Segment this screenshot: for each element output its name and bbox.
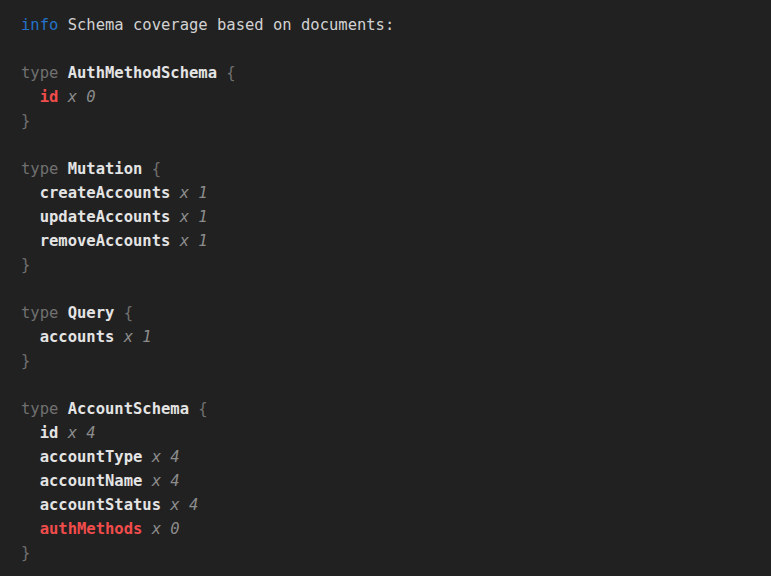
type-keyword: type xyxy=(21,304,58,322)
field-line: accountType x 4 xyxy=(21,445,763,469)
open-brace: { xyxy=(226,64,235,82)
type-keyword: type xyxy=(21,64,58,82)
open-brace: { xyxy=(198,400,207,418)
field-usage-count: x 0 xyxy=(152,520,180,538)
open-brace: { xyxy=(152,160,161,178)
type-name: Mutation xyxy=(68,160,143,178)
type-declaration-line: type Mutation { xyxy=(21,157,763,181)
field-usage-count: x 0 xyxy=(68,88,96,106)
field-usage-count: x 4 xyxy=(68,424,96,442)
type-declaration-line: type AccountSchema { xyxy=(21,397,763,421)
field-usage-count: x 1 xyxy=(180,208,208,226)
type-name: AccountSchema xyxy=(68,400,189,418)
type-block: type AccountSchema { id x 4 accountType … xyxy=(21,397,763,565)
field-usage-count: x 1 xyxy=(124,328,152,346)
field-usage-count: x 4 xyxy=(152,472,180,490)
field-name: createAccounts xyxy=(40,184,171,202)
field-name: authMethods xyxy=(40,520,143,538)
type-block: type AuthMethodSchema { id x 0 } xyxy=(21,61,763,133)
field-line: id x 4 xyxy=(21,421,763,445)
field-name: id xyxy=(40,424,59,442)
field-line: removeAccounts x 1 xyxy=(21,229,763,253)
type-name: Query xyxy=(68,304,115,322)
type-name: AuthMethodSchema xyxy=(68,64,217,82)
field-line: accounts x 1 xyxy=(21,325,763,349)
log-level-info: info xyxy=(21,16,58,34)
log-message: Schema coverage based on documents: xyxy=(68,16,395,34)
field-name: accountType xyxy=(40,448,143,466)
field-name: accounts xyxy=(40,328,115,346)
field-name: id xyxy=(40,88,59,106)
field-name: updateAccounts xyxy=(40,208,171,226)
type-block: type Mutation { createAccounts x 1 updat… xyxy=(21,157,763,277)
field-line: authMethods x 0 xyxy=(21,517,763,541)
type-keyword: type xyxy=(21,400,58,418)
field-line: accountName x 4 xyxy=(21,469,763,493)
type-blocks: type AuthMethodSchema { id x 0 } type Mu… xyxy=(21,61,763,565)
field-line: accountStatus x 4 xyxy=(21,493,763,517)
open-brace: { xyxy=(124,304,133,322)
type-keyword: type xyxy=(21,160,58,178)
field-usage-count: x 4 xyxy=(170,496,198,514)
field-line: createAccounts x 1 xyxy=(21,181,763,205)
type-block: type Query { accounts x 1 } xyxy=(21,301,763,373)
field-line: updateAccounts x 1 xyxy=(21,205,763,229)
field-list: id x 4 accountType x 4 accountName x 4 a… xyxy=(21,421,763,541)
field-list: accounts x 1 xyxy=(21,325,763,349)
field-list: createAccounts x 1 updateAccounts x 1 re… xyxy=(21,181,763,253)
field-usage-count: x 1 xyxy=(180,232,208,250)
type-declaration-line: type Query { xyxy=(21,301,763,325)
close-brace: } xyxy=(21,253,763,277)
log-line: info Schema coverage based on documents: xyxy=(21,13,763,37)
close-brace: } xyxy=(21,109,763,133)
field-usage-count: x 4 xyxy=(152,448,180,466)
close-brace: } xyxy=(21,349,763,373)
field-usage-count: x 1 xyxy=(180,184,208,202)
close-brace: } xyxy=(21,541,763,565)
coverage-report: info Schema coverage based on documents:… xyxy=(21,13,763,565)
type-declaration-line: type AuthMethodSchema { xyxy=(21,61,763,85)
field-list: id x 0 xyxy=(21,85,763,109)
field-name: removeAccounts xyxy=(40,232,171,250)
field-line: id x 0 xyxy=(21,85,763,109)
field-name: accountStatus xyxy=(40,496,161,514)
field-name: accountName xyxy=(40,472,143,490)
